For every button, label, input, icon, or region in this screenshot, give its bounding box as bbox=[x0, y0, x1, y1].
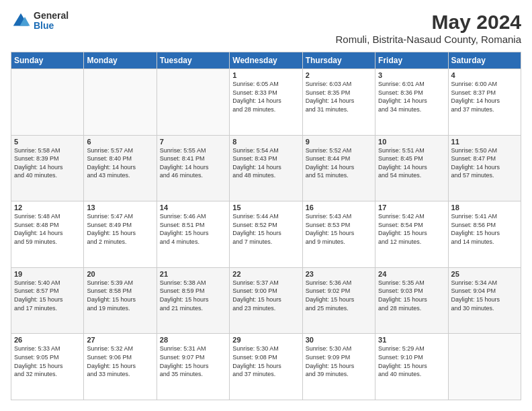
day-info: Sunrise: 6:01 AM Sunset: 8:36 PM Dayligh… bbox=[378, 80, 445, 113]
calendar-header-sunday: Sunday bbox=[11, 52, 84, 69]
day-number: 4 bbox=[451, 71, 518, 79]
day-number: 31 bbox=[378, 336, 445, 344]
day-number: 17 bbox=[378, 203, 445, 212]
day-info: Sunrise: 5:38 AM Sunset: 8:59 PM Dayligh… bbox=[160, 279, 226, 312]
day-number: 8 bbox=[232, 138, 299, 146]
day-info: Sunrise: 5:32 AM Sunset: 9:06 PM Dayligh… bbox=[87, 345, 153, 378]
calendar-cell: 14Sunrise: 5:46 AM Sunset: 8:51 PM Dayli… bbox=[157, 201, 229, 268]
day-info: Sunrise: 5:30 AM Sunset: 9:09 PM Dayligh… bbox=[306, 345, 372, 378]
calendar-header-thursday: Thursday bbox=[302, 52, 375, 69]
calendar-header-wednesday: Wednesday bbox=[230, 52, 302, 69]
calendar-cell: 4Sunrise: 6:00 AM Sunset: 8:37 PM Daylig… bbox=[448, 69, 521, 136]
day-info: Sunrise: 5:51 AM Sunset: 8:45 PM Dayligh… bbox=[378, 146, 445, 180]
day-info: Sunrise: 5:40 AM Sunset: 8:57 PM Dayligh… bbox=[14, 279, 81, 312]
day-number: 15 bbox=[232, 203, 299, 212]
calendar-cell: 20Sunrise: 5:39 AM Sunset: 8:58 PM Dayli… bbox=[84, 267, 157, 334]
day-number: 12 bbox=[14, 203, 81, 212]
title-block: May 2024 Romuli, Bistrita-Nasaud County,… bbox=[336, 11, 522, 45]
calendar-cell: 22Sunrise: 5:37 AM Sunset: 9:00 PM Dayli… bbox=[230, 267, 302, 334]
day-info: Sunrise: 5:39 AM Sunset: 8:58 PM Dayligh… bbox=[87, 279, 153, 312]
day-info: Sunrise: 5:30 AM Sunset: 9:08 PM Dayligh… bbox=[232, 345, 299, 378]
calendar-week-2: 5Sunrise: 5:58 AM Sunset: 8:39 PM Daylig… bbox=[11, 135, 521, 201]
day-info: Sunrise: 5:52 AM Sunset: 8:44 PM Dayligh… bbox=[306, 146, 372, 180]
calendar-cell: 24Sunrise: 5:35 AM Sunset: 9:03 PM Dayli… bbox=[375, 267, 448, 334]
day-number: 7 bbox=[160, 138, 226, 146]
day-number: 1 bbox=[232, 71, 299, 79]
day-info: Sunrise: 5:42 AM Sunset: 8:54 PM Dayligh… bbox=[378, 212, 445, 246]
calendar-week-1: 1Sunrise: 6:05 AM Sunset: 8:33 PM Daylig… bbox=[11, 69, 521, 136]
calendar-cell: 29Sunrise: 5:30 AM Sunset: 9:08 PM Dayli… bbox=[230, 334, 302, 400]
main-title: May 2024 bbox=[336, 11, 522, 34]
day-number: 10 bbox=[378, 138, 445, 146]
day-number: 25 bbox=[451, 270, 518, 278]
calendar-cell: 11Sunrise: 5:50 AM Sunset: 8:47 PM Dayli… bbox=[448, 135, 521, 201]
day-number: 22 bbox=[232, 270, 299, 278]
day-number: 29 bbox=[232, 336, 299, 344]
subtitle: Romuli, Bistrita-Nasaud County, Romania bbox=[336, 34, 522, 45]
day-info: Sunrise: 5:29 AM Sunset: 9:10 PM Dayligh… bbox=[378, 345, 445, 378]
calendar-cell: 19Sunrise: 5:40 AM Sunset: 8:57 PM Dayli… bbox=[11, 267, 84, 334]
calendar-cell bbox=[84, 69, 157, 136]
calendar-cell: 2Sunrise: 6:03 AM Sunset: 8:35 PM Daylig… bbox=[302, 69, 375, 136]
day-number: 5 bbox=[14, 138, 81, 146]
day-info: Sunrise: 6:05 AM Sunset: 8:33 PM Dayligh… bbox=[232, 80, 299, 113]
day-number: 14 bbox=[160, 203, 226, 212]
day-info: Sunrise: 5:47 AM Sunset: 8:49 PM Dayligh… bbox=[87, 212, 153, 246]
day-number: 6 bbox=[87, 138, 153, 146]
day-info: Sunrise: 5:54 AM Sunset: 8:43 PM Dayligh… bbox=[232, 146, 299, 180]
calendar-header-monday: Monday bbox=[84, 52, 157, 69]
calendar-cell: 18Sunrise: 5:41 AM Sunset: 8:56 PM Dayli… bbox=[448, 201, 521, 268]
calendar-cell: 10Sunrise: 5:51 AM Sunset: 8:45 PM Dayli… bbox=[375, 135, 448, 201]
day-info: Sunrise: 5:36 AM Sunset: 9:02 PM Dayligh… bbox=[306, 279, 372, 312]
day-info: Sunrise: 5:50 AM Sunset: 8:47 PM Dayligh… bbox=[451, 146, 518, 180]
calendar-cell: 30Sunrise: 5:30 AM Sunset: 9:09 PM Dayli… bbox=[302, 334, 375, 400]
day-number: 20 bbox=[87, 270, 153, 278]
day-info: Sunrise: 5:43 AM Sunset: 8:53 PM Dayligh… bbox=[306, 212, 372, 246]
page: General Blue May 2024 Romuli, Bistrita-N… bbox=[0, 0, 532, 411]
calendar-cell: 6Sunrise: 5:57 AM Sunset: 8:40 PM Daylig… bbox=[84, 135, 157, 201]
day-info: Sunrise: 5:33 AM Sunset: 9:05 PM Dayligh… bbox=[14, 345, 81, 378]
calendar-cell: 17Sunrise: 5:42 AM Sunset: 8:54 PM Dayli… bbox=[375, 201, 448, 268]
calendar-cell: 26Sunrise: 5:33 AM Sunset: 9:05 PM Dayli… bbox=[11, 334, 84, 400]
day-info: Sunrise: 6:00 AM Sunset: 8:37 PM Dayligh… bbox=[451, 80, 518, 113]
day-number: 13 bbox=[87, 203, 153, 212]
day-info: Sunrise: 5:55 AM Sunset: 8:41 PM Dayligh… bbox=[160, 146, 226, 180]
calendar-cell: 7Sunrise: 5:55 AM Sunset: 8:41 PM Daylig… bbox=[157, 135, 229, 201]
day-number: 23 bbox=[306, 270, 372, 278]
day-number: 2 bbox=[306, 71, 372, 79]
calendar-cell: 12Sunrise: 5:48 AM Sunset: 8:48 PM Dayli… bbox=[11, 201, 84, 268]
day-number: 18 bbox=[451, 203, 518, 212]
day-number: 3 bbox=[378, 71, 445, 79]
day-number: 30 bbox=[306, 336, 372, 344]
calendar-cell: 31Sunrise: 5:29 AM Sunset: 9:10 PM Dayli… bbox=[375, 334, 448, 400]
calendar-cell: 9Sunrise: 5:52 AM Sunset: 8:44 PM Daylig… bbox=[302, 135, 375, 201]
calendar-cell: 16Sunrise: 5:43 AM Sunset: 8:53 PM Dayli… bbox=[302, 201, 375, 268]
day-info: Sunrise: 5:41 AM Sunset: 8:56 PM Dayligh… bbox=[451, 212, 518, 246]
calendar-cell: 5Sunrise: 5:58 AM Sunset: 8:39 PM Daylig… bbox=[11, 135, 84, 201]
calendar-header-friday: Friday bbox=[375, 52, 448, 69]
calendar-header-saturday: Saturday bbox=[448, 52, 521, 69]
calendar-header-tuesday: Tuesday bbox=[157, 52, 229, 69]
logo-text: General Blue bbox=[34, 11, 69, 32]
calendar-cell bbox=[157, 69, 229, 136]
day-info: Sunrise: 5:37 AM Sunset: 9:00 PM Dayligh… bbox=[232, 279, 299, 312]
day-number: 26 bbox=[14, 336, 81, 344]
calendar-week-3: 12Sunrise: 5:48 AM Sunset: 8:48 PM Dayli… bbox=[11, 201, 521, 268]
day-number: 28 bbox=[160, 336, 226, 344]
day-number: 21 bbox=[160, 270, 226, 278]
day-info: Sunrise: 5:46 AM Sunset: 8:51 PM Dayligh… bbox=[160, 212, 226, 246]
day-number: 11 bbox=[451, 138, 518, 146]
calendar-week-4: 19Sunrise: 5:40 AM Sunset: 8:57 PM Dayli… bbox=[11, 267, 521, 334]
day-number: 16 bbox=[306, 203, 372, 212]
calendar-cell: 3Sunrise: 6:01 AM Sunset: 8:36 PM Daylig… bbox=[375, 69, 448, 136]
calendar-cell bbox=[448, 334, 521, 400]
calendar-cell: 15Sunrise: 5:44 AM Sunset: 8:52 PM Dayli… bbox=[230, 201, 302, 268]
logo-blue-text: Blue bbox=[34, 21, 69, 31]
day-info: Sunrise: 5:44 AM Sunset: 8:52 PM Dayligh… bbox=[232, 212, 299, 246]
calendar-cell: 25Sunrise: 5:34 AM Sunset: 9:04 PM Dayli… bbox=[448, 267, 521, 334]
calendar-cell: 23Sunrise: 5:36 AM Sunset: 9:02 PM Dayli… bbox=[302, 267, 375, 334]
day-number: 24 bbox=[378, 270, 445, 278]
calendar-cell: 21Sunrise: 5:38 AM Sunset: 8:59 PM Dayli… bbox=[157, 267, 229, 334]
calendar-cell bbox=[11, 69, 84, 136]
day-info: Sunrise: 5:57 AM Sunset: 8:40 PM Dayligh… bbox=[87, 146, 153, 180]
